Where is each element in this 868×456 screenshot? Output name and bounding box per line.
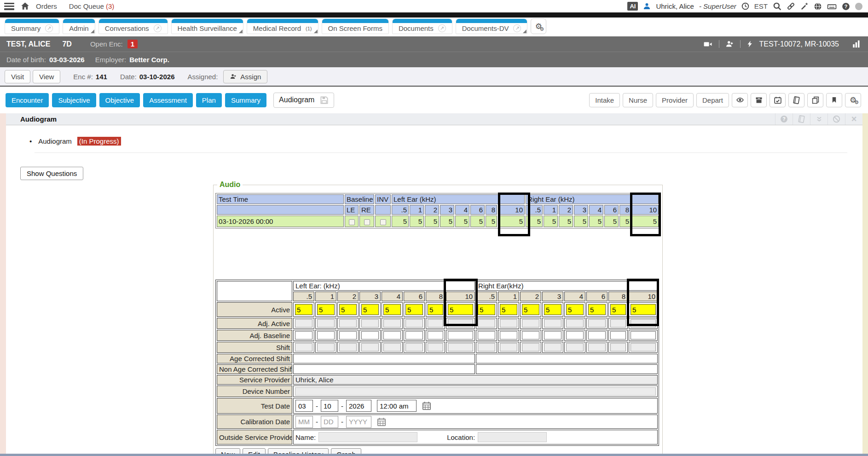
intake-button[interactable]: Intake (589, 93, 620, 107)
audiogram-link[interactable]: Audiogram (38, 137, 72, 145)
test-date-year-input[interactable] (346, 400, 371, 412)
nurse-button[interactable]: Nurse (623, 93, 653, 107)
adj-baseline-field[interactable] (566, 331, 584, 339)
disable-ban-icon[interactable] (827, 113, 845, 125)
popup-arrow-icon[interactable]: ↗ (438, 24, 446, 32)
calibration-year-input[interactable] (346, 416, 371, 428)
tab-documents-dv[interactable]: Documents-DV↗ (456, 18, 528, 34)
test-time-input[interactable] (377, 400, 417, 412)
link-icon[interactable] (787, 2, 795, 11)
journal-button[interactable] (788, 93, 804, 107)
active-input[interactable]: 5 (566, 304, 584, 315)
active-input[interactable]: 5 (339, 304, 357, 315)
adj-baseline-field[interactable] (544, 331, 561, 339)
save-icon[interactable] (320, 96, 329, 105)
adj-baseline-field[interactable] (295, 331, 312, 339)
user-name[interactable]: Uhrick, Alice (656, 2, 694, 10)
home-icon[interactable] (21, 2, 29, 11)
copy-forward-button[interactable] (807, 93, 823, 107)
active-input[interactable]: 5 (428, 304, 443, 315)
tab-medical-record[interactable]: Medical Record(1) (247, 18, 318, 34)
add-person-icon[interactable] (725, 40, 734, 48)
video-camera-icon[interactable] (703, 40, 713, 48)
adj-baseline-field[interactable] (500, 331, 517, 339)
adj-baseline-field[interactable] (361, 331, 379, 339)
popup-arrow-icon[interactable]: ↗ (513, 24, 521, 32)
tab-admin[interactable]: Admin (63, 18, 95, 34)
nav-doc-queue[interactable]: Doc Queue (3) (69, 2, 114, 10)
tab-on-screen-forms[interactable]: On Screen Forms (322, 18, 389, 34)
preview-eye-button[interactable] (732, 93, 748, 107)
hamburger-menu-icon[interactable] (4, 3, 14, 10)
view-button[interactable]: View (33, 70, 60, 83)
active-input[interactable]: 5 (317, 304, 335, 315)
popup-arrow-icon[interactable]: ↗ (154, 24, 162, 32)
adj-baseline-field[interactable] (317, 331, 335, 339)
show-questions-button[interactable]: Show Questions (20, 167, 83, 180)
calendar-icon[interactable] (422, 401, 431, 410)
section-encounter-button[interactable]: Encounter (6, 93, 49, 107)
magic-wand-icon[interactable] (800, 2, 809, 11)
inv-checkbox[interactable] (380, 219, 386, 225)
tab-health-surveillance[interactable]: Health Surveillance (171, 18, 243, 34)
active-input[interactable]: 5 (405, 304, 423, 315)
calibration-month-input[interactable] (295, 416, 313, 428)
active-input[interactable]: 5 (522, 304, 539, 315)
help-icon[interactable]: ? (842, 2, 850, 11)
adj-baseline-field[interactable] (588, 331, 606, 339)
baseline-re-checkbox[interactable] (364, 219, 370, 225)
adj-baseline-field[interactable] (383, 331, 401, 339)
baseline-le-checkbox[interactable] (349, 219, 355, 225)
adj-baseline-field[interactable] (405, 331, 423, 339)
nav-orders[interactable]: Orders (36, 2, 57, 10)
adj-baseline-field[interactable] (428, 331, 443, 339)
lightning-bolt-icon[interactable] (746, 40, 753, 48)
outside-name-input[interactable] (318, 432, 417, 442)
adj-baseline-field[interactable] (631, 331, 656, 339)
adj-baseline-field[interactable] (339, 331, 357, 339)
visit-button[interactable]: Visit (5, 70, 30, 83)
section-plan-button[interactable]: Plan (196, 93, 222, 107)
close-icon[interactable]: × (845, 113, 862, 125)
chart-stats-icon[interactable] (851, 40, 862, 48)
adj-baseline-field[interactable] (522, 331, 539, 339)
test-row[interactable]: 03-10-2026 00:00 5 5 5 5 5 5 5 5 5 5 5 5… (217, 216, 659, 227)
section-book-icon[interactable] (793, 113, 810, 125)
section-objective-button[interactable]: Objective (99, 93, 140, 107)
adj-baseline-field[interactable] (448, 331, 473, 339)
tab-conversations[interactable]: Conversations↗ (98, 18, 168, 34)
calendar-icon[interactable] (377, 417, 386, 427)
section-help-icon[interactable]: ? (775, 113, 793, 125)
tab-summary[interactable]: Summary↗ (5, 18, 59, 34)
tab-settings-button[interactable]: ⚙ ⚙ (531, 18, 546, 34)
provider-button[interactable]: Provider (656, 93, 694, 107)
adj-baseline-field[interactable] (478, 331, 495, 339)
open-enc-badge[interactable]: 1 (127, 40, 138, 48)
keyboard-icon[interactable] (827, 2, 837, 11)
outside-location-input[interactable] (478, 432, 547, 442)
active-input[interactable]: 5 (361, 304, 379, 315)
schedule-button[interactable] (770, 93, 786, 107)
search-icon[interactable] (773, 2, 781, 11)
collapse-chevrons-icon[interactable] (810, 113, 827, 125)
active-input[interactable]: 5 (544, 304, 561, 315)
active-input[interactable]: 5 (500, 304, 517, 315)
calibration-day-input[interactable] (321, 416, 338, 428)
note-settings-button[interactable]: ⚙ ⚙ (845, 93, 861, 107)
active-input[interactable]: 5 (295, 304, 312, 315)
adj-baseline-field[interactable] (610, 331, 626, 339)
section-assessment-button[interactable]: Assessment (143, 93, 193, 107)
active-input[interactable]: 5 (588, 304, 606, 315)
popup-arrow-icon[interactable]: ↗ (45, 24, 53, 32)
assign-button[interactable]: Assign (223, 70, 267, 83)
tab-documents[interactable]: Documents↗ (392, 18, 452, 34)
active-input[interactable]: 5 (478, 304, 495, 315)
depart-button[interactable]: Depart (696, 93, 729, 107)
test-date-day-input[interactable] (321, 400, 338, 412)
bookmark-button[interactable] (826, 93, 842, 107)
ai-badge[interactable]: AI (627, 2, 638, 11)
section-summary-button[interactable]: Summary (225, 93, 266, 107)
clock-icon[interactable] (741, 2, 749, 10)
section-subjective-button[interactable]: Subjective (52, 93, 96, 107)
archive-button[interactable] (751, 93, 767, 107)
